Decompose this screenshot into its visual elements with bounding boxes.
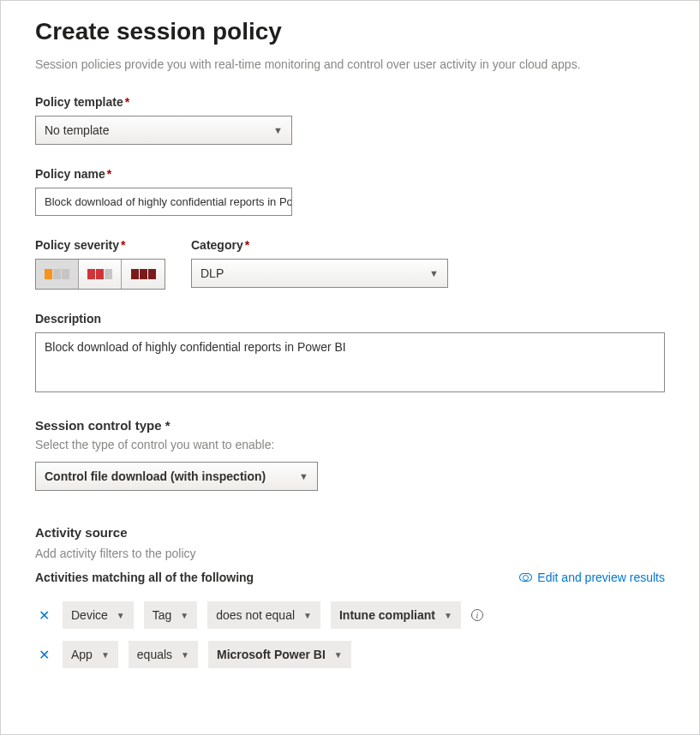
severity-category-row: Policy severity* Category* DLP ▼ [35, 238, 665, 312]
chevron-down-icon: ▼ [181, 650, 189, 660]
filter-operator-chip[interactable]: equals ▼ [129, 641, 198, 668]
policy-template-select[interactable]: No template ▼ [35, 116, 292, 145]
chevron-down-icon: ▼ [334, 650, 343, 660]
remove-filter-button[interactable]: ✕ [35, 647, 52, 663]
chevron-down-icon: ▼ [303, 611, 312, 620]
severity-high-icon [131, 269, 156, 279]
policy-name-field: Policy name* Block download of highly co… [35, 167, 665, 216]
page-title: Create session policy [35, 18, 665, 45]
policy-severity-field: Policy severity* [35, 238, 165, 290]
severity-low-button[interactable] [36, 260, 79, 289]
chevron-down-icon: ▼ [444, 611, 452, 620]
category-select[interactable]: DLP ▼ [191, 259, 448, 288]
activity-source-section: Activity source Add activity filters to … [35, 525, 665, 668]
filter-row-2: ✕ App ▼ equals ▼ Microsoft Power BI ▼ [35, 641, 665, 668]
filter-value-chip[interactable]: Microsoft Power BI ▼ [208, 641, 351, 668]
filter-row-1: ✕ Device ▼ Tag ▼ does not equal ▼ Intune… [35, 601, 665, 629]
chevron-down-icon: ▼ [117, 611, 125, 620]
filter-field-chip[interactable]: Device ▼ [63, 601, 134, 629]
description-label: Description [35, 312, 665, 326]
description-field: Description Block download of highly con… [35, 312, 665, 392]
info-icon[interactable]: i [471, 609, 483, 621]
severity-high-button[interactable] [122, 260, 165, 289]
eye-icon [519, 573, 532, 582]
filter-sub-chip[interactable]: Tag ▼ [144, 601, 197, 629]
session-control-title: Session control type * [35, 418, 665, 433]
chevron-down-icon: ▼ [299, 471, 308, 481]
policy-name-input[interactable]: Block download of highly confidential re… [35, 188, 292, 216]
severity-medium-icon [87, 269, 112, 279]
policy-template-label: Policy template* [35, 95, 665, 109]
chevron-down-icon: ▼ [180, 611, 188, 620]
severity-toggle-group [35, 259, 165, 290]
severity-medium-button[interactable] [79, 260, 122, 289]
policy-template-field: Policy template* No template ▼ [35, 95, 665, 145]
category-label: Category* [191, 238, 665, 252]
page-container: Create session policy Session policies p… [0, 0, 700, 735]
filter-value-chip[interactable]: Intune compliant ▼ [331, 601, 461, 629]
edit-preview-results-link[interactable]: Edit and preview results [519, 571, 665, 584]
activity-source-title: Activity source [35, 525, 665, 540]
activities-header: Activities matching all of the following… [35, 571, 665, 584]
chevron-down-icon: ▼ [429, 268, 439, 278]
filter-operator-chip[interactable]: does not equal ▼ [207, 601, 320, 629]
category-field: Category* DLP ▼ [191, 238, 665, 290]
description-textarea[interactable]: Block download of highly confidential re… [35, 332, 665, 392]
session-control-hint: Select the type of control you want to e… [35, 438, 665, 451]
policy-name-label: Policy name* [35, 167, 665, 181]
policy-severity-label: Policy severity* [35, 238, 165, 252]
activity-source-hint: Add activity filters to the policy [35, 547, 665, 560]
chevron-down-icon: ▼ [101, 650, 110, 660]
session-control-select[interactable]: Control file download (with inspection) … [35, 462, 318, 491]
page-subtitle: Session policies provide you with real-t… [35, 57, 665, 71]
remove-filter-button[interactable]: ✕ [35, 607, 52, 624]
filter-field-chip[interactable]: App ▼ [63, 641, 118, 668]
session-control-field: Session control type * Select the type o… [35, 418, 665, 491]
chevron-down-icon: ▼ [273, 125, 283, 135]
severity-low-icon [45, 269, 69, 279]
activities-matching-label: Activities matching all of the following [35, 571, 254, 584]
